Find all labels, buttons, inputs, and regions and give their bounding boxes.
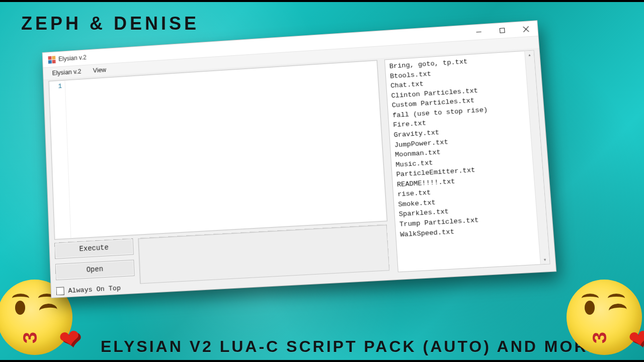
code-editor[interactable]: 1	[48, 60, 387, 240]
overlay-title-top: ZEPH & DENISE	[21, 13, 199, 34]
svg-line-0	[476, 32, 481, 32]
letterbox-bottom	[0, 360, 644, 362]
always-on-top-checkbox[interactable]	[56, 287, 64, 296]
app-window: Elysian v.2 Elysian v.2 View 1	[42, 20, 557, 298]
scroll-up-icon[interactable]: ▴	[528, 51, 531, 59]
menu-elysian[interactable]: Elysian v.2	[46, 67, 88, 78]
output-console[interactable]	[138, 224, 389, 284]
overlay-title-bottom: ELYSIAN V2 LUA-C SCRIPT PACK (AUTO) AND …	[101, 337, 608, 356]
editor-textarea[interactable]	[65, 60, 387, 238]
scroll-down-icon[interactable]: ▾	[543, 255, 546, 264]
heart-icon: ❤	[626, 323, 644, 355]
app-icon	[48, 55, 56, 64]
svg-rect-1	[500, 28, 505, 33]
close-button[interactable]	[513, 21, 538, 37]
always-on-top-label: Always On Top	[68, 284, 121, 295]
maximize-button[interactable]	[490, 22, 515, 39]
kiss-emoji-right: 3 ❤	[567, 280, 644, 360]
letterbox-top	[0, 0, 644, 2]
open-button[interactable]: Open	[55, 260, 135, 281]
menu-view[interactable]: View	[87, 65, 112, 75]
minimize-button[interactable]	[466, 24, 491, 40]
script-file-list[interactable]: Bring, goto, tp.txtBtools.txtChat.txtCli…	[384, 50, 550, 273]
execute-button[interactable]: Execute	[54, 238, 133, 259]
